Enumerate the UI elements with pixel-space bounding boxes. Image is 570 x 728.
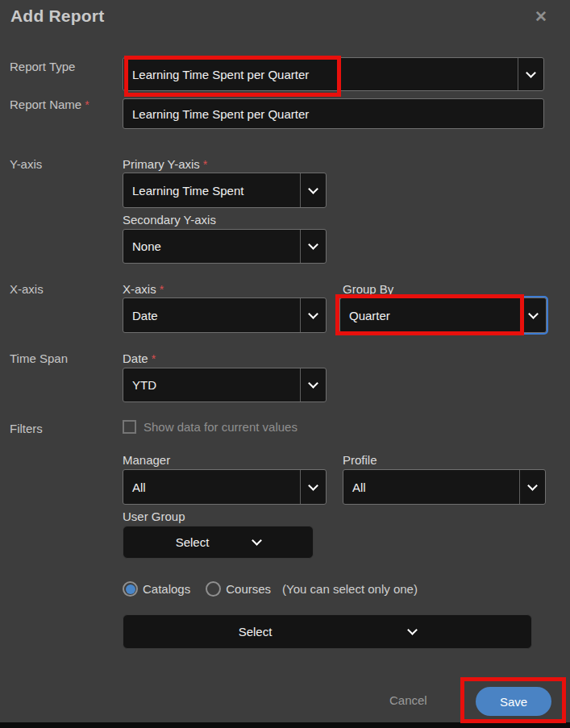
chevron-down-icon bbox=[526, 68, 536, 78]
group-by-label: Group By bbox=[343, 282, 393, 296]
content-select-button[interactable]: Select bbox=[123, 614, 532, 649]
radio-note: (You can select only one) bbox=[282, 582, 418, 596]
profile-value: All bbox=[343, 470, 519, 504]
secondary-y-axis-dropdown-arrow bbox=[300, 230, 326, 263]
cancel-button[interactable]: Cancel bbox=[389, 693, 427, 707]
user-group-select-button[interactable]: Select bbox=[123, 526, 314, 559]
courses-radio-label: Courses bbox=[226, 582, 271, 596]
profile-dropdown[interactable]: All bbox=[343, 469, 546, 505]
catalogs-radio[interactable] bbox=[123, 581, 138, 597]
chevron-down-icon bbox=[308, 184, 318, 194]
content-type-radio-group: Catalogs Courses (You can select only on… bbox=[123, 581, 418, 597]
user-group-select-label: Select bbox=[176, 535, 210, 549]
x-axis-dropdown-arrow bbox=[300, 298, 326, 332]
time-span-section-label: Time Span bbox=[10, 352, 68, 365]
manager-label: Manager bbox=[123, 453, 170, 467]
group-by-dropdown-arrow bbox=[520, 298, 546, 332]
bottom-edge-strip bbox=[0, 722, 570, 728]
chevron-down-icon bbox=[308, 480, 318, 491]
x-axis-section-label: X-axis bbox=[10, 282, 44, 296]
group-by-value: Quarter bbox=[340, 298, 520, 332]
required-asterisk: * bbox=[85, 98, 89, 111]
date-dropdown[interactable]: YTD bbox=[123, 368, 327, 402]
chevron-down-icon bbox=[308, 239, 318, 250]
x-axis-dropdown[interactable]: Date bbox=[123, 297, 327, 333]
primary-y-axis-label: Primary Y-axis* bbox=[123, 157, 207, 171]
manager-value: All bbox=[123, 470, 300, 504]
date-field-label-text: Date bbox=[123, 352, 148, 365]
report-type-value: Learning Time Spent per Quarter bbox=[123, 58, 518, 90]
manager-dropdown[interactable]: All bbox=[123, 469, 327, 505]
current-values-checkbox-label: Show data for current values bbox=[144, 420, 297, 434]
profile-dropdown-arrow bbox=[519, 470, 545, 504]
content-select-label: Select bbox=[239, 625, 273, 639]
chevron-down-icon bbox=[308, 309, 318, 319]
chevron-down-icon bbox=[252, 535, 262, 546]
group-by-dropdown[interactable]: Quarter bbox=[339, 297, 547, 333]
date-field-label: Date* bbox=[123, 352, 156, 365]
dialog-title: Add Report bbox=[10, 6, 104, 26]
report-type-dropdown-arrow bbox=[518, 58, 543, 90]
primary-y-axis-dropdown[interactable]: Learning Time Spent bbox=[123, 173, 327, 208]
x-axis-field-label: X-axis* bbox=[123, 282, 164, 296]
user-group-label: User Group bbox=[123, 510, 185, 523]
required-asterisk: * bbox=[160, 283, 164, 296]
required-asterisk: * bbox=[203, 158, 207, 171]
y-axis-section-label: Y-axis bbox=[10, 157, 42, 171]
courses-radio[interactable] bbox=[206, 581, 221, 597]
date-dropdown-arrow bbox=[300, 368, 326, 401]
filters-section-label: Filters bbox=[10, 422, 43, 435]
report-type-label: Report Type bbox=[10, 60, 75, 73]
x-axis-value: Date bbox=[123, 298, 300, 332]
report-name-label-text: Report Name bbox=[10, 98, 81, 111]
secondary-y-axis-value: None bbox=[123, 230, 300, 263]
date-value: YTD bbox=[123, 368, 300, 401]
current-values-checkbox[interactable] bbox=[123, 420, 136, 434]
manager-dropdown-arrow bbox=[300, 470, 326, 504]
report-type-dropdown[interactable]: Learning Time Spent per Quarter bbox=[123, 57, 544, 91]
chevron-down-icon bbox=[407, 625, 418, 635]
report-name-label: Report Name* bbox=[10, 98, 89, 111]
profile-label: Profile bbox=[343, 453, 377, 467]
save-button[interactable]: Save bbox=[476, 687, 551, 716]
catalogs-radio-label: Catalogs bbox=[143, 582, 190, 596]
chevron-down-icon bbox=[528, 309, 539, 319]
chevron-down-icon bbox=[527, 480, 538, 491]
primary-y-axis-label-text: Primary Y-axis bbox=[123, 157, 200, 171]
secondary-y-axis-dropdown[interactable]: None bbox=[123, 229, 327, 264]
current-values-checkbox-row: Show data for current values bbox=[123, 420, 297, 434]
primary-y-axis-dropdown-arrow bbox=[300, 173, 326, 207]
x-axis-field-label-text: X-axis bbox=[123, 282, 156, 296]
chevron-down-icon bbox=[308, 378, 318, 389]
required-asterisk: * bbox=[152, 352, 156, 365]
secondary-y-axis-label: Secondary Y-axis bbox=[123, 213, 216, 227]
primary-y-axis-value: Learning Time Spent bbox=[123, 173, 300, 207]
close-icon[interactable]: ✕ bbox=[531, 6, 551, 26]
report-name-input[interactable] bbox=[123, 98, 544, 129]
